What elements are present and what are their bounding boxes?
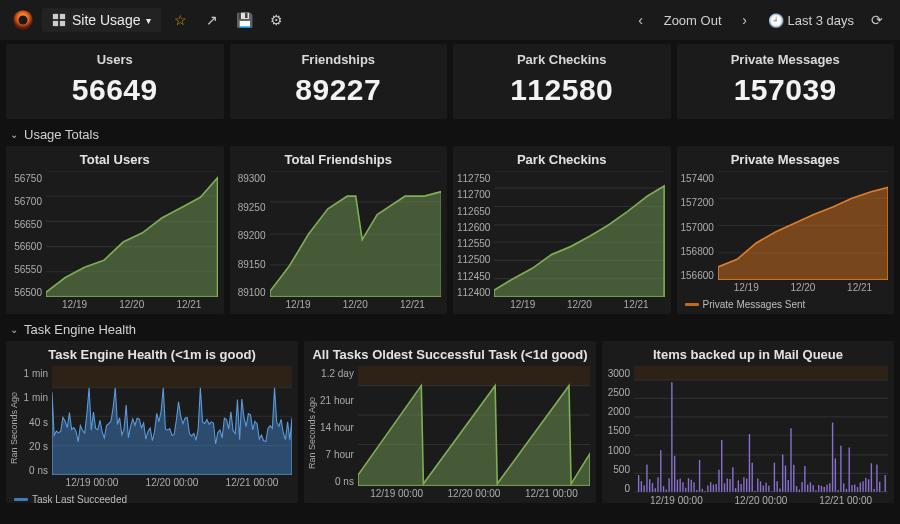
grid-icon bbox=[52, 13, 66, 27]
y-axis: 157400157200157000156800156600 bbox=[679, 171, 718, 295]
plot-svg bbox=[358, 366, 590, 486]
svg-rect-30 bbox=[52, 366, 292, 388]
dashboard-picker[interactable]: Site Usage ▾ bbox=[42, 8, 161, 32]
chart-total-users[interactable]: Total Users 5675056700566505660056550565… bbox=[6, 146, 224, 314]
plot-svg bbox=[718, 171, 888, 280]
time-range-picker[interactable]: 🕘 Last 3 days bbox=[764, 13, 859, 28]
chart-title: All Tasks Oldest Successful Task (<1d go… bbox=[304, 341, 596, 364]
x-axis: 12/1912/2012/21 bbox=[494, 297, 664, 312]
task-row: Task Engine Health (<1m is good) Ran Sec… bbox=[0, 339, 900, 503]
x-axis: 12/1912/2012/21 bbox=[46, 297, 218, 312]
x-axis: 12/1912/2012/21 bbox=[270, 297, 442, 312]
y-axis: 300025002000150010005000 bbox=[604, 366, 634, 508]
y-axis-label: Ran Seconds Ago bbox=[306, 397, 318, 469]
y-axis: 1127501127001126501126001125501125001124… bbox=[455, 171, 494, 312]
svg-rect-2 bbox=[53, 14, 58, 19]
chart-mail-queue[interactable]: Items backed up in Mail Queue 3000250020… bbox=[602, 341, 894, 503]
y-axis-label: Ran Seconds Ago bbox=[8, 392, 20, 464]
stat-title: Park Checkins bbox=[453, 44, 671, 67]
grafana-logo-icon bbox=[11, 8, 35, 32]
chart-title: Total Friendships bbox=[230, 146, 448, 169]
refresh-icon: ⟳ bbox=[871, 12, 883, 28]
plot-svg bbox=[52, 366, 292, 475]
svg-rect-40 bbox=[634, 366, 888, 380]
svg-rect-35 bbox=[358, 366, 590, 386]
plot-svg bbox=[494, 171, 664, 297]
time-prev-button[interactable]: ‹ bbox=[628, 7, 654, 33]
usage-row: Total Users 5675056700566505660056550565… bbox=[0, 144, 900, 314]
chart-title: Park Checkins bbox=[453, 146, 671, 169]
chevron-right-icon: › bbox=[742, 12, 747, 28]
stat-value: 157039 bbox=[677, 67, 895, 119]
save-icon: 💾 bbox=[236, 12, 253, 28]
clock-icon: 🕘 bbox=[768, 13, 784, 28]
section-usage-totals[interactable]: ⌄ Usage Totals bbox=[0, 119, 900, 144]
chevron-left-icon: ‹ bbox=[638, 12, 643, 28]
stat-title: Friendships bbox=[230, 44, 448, 67]
star-icon: ☆ bbox=[174, 12, 187, 28]
stats-row: Users 56649 Friendships 89227 Park Check… bbox=[0, 40, 900, 119]
stat-value: 89227 bbox=[230, 67, 448, 119]
star-button[interactable]: ☆ bbox=[167, 7, 193, 33]
chart-title: Private Messages bbox=[677, 146, 895, 169]
gear-icon: ⚙ bbox=[270, 12, 283, 28]
chart-task-engine[interactable]: Task Engine Health (<1m is good) Ran Sec… bbox=[6, 341, 298, 503]
zoom-out-button[interactable]: Zoom Out bbox=[660, 13, 726, 28]
zoom-out-label: Zoom Out bbox=[664, 13, 722, 28]
section-title: Usage Totals bbox=[24, 127, 99, 142]
chart-oldest-task[interactable]: All Tasks Oldest Successful Task (<1d go… bbox=[304, 341, 596, 503]
dashboard-name: Site Usage bbox=[72, 12, 140, 28]
section-title: Task Engine Health bbox=[24, 322, 136, 337]
y-axis: 1.2 day21 hour14 hour7 hour0 ns bbox=[318, 366, 358, 501]
plot-svg bbox=[634, 366, 888, 493]
legend: Private Messages Sent bbox=[677, 297, 895, 314]
stat-panel-users[interactable]: Users 56649 bbox=[6, 44, 224, 119]
svg-rect-5 bbox=[60, 21, 65, 26]
share-button[interactable]: ↗ bbox=[199, 7, 225, 33]
stat-panel-checkins[interactable]: Park Checkins 112580 bbox=[453, 44, 671, 119]
chart-title: Items backed up in Mail Queue bbox=[602, 341, 894, 364]
chevron-down-icon: ⌄ bbox=[10, 324, 18, 335]
time-next-button[interactable]: › bbox=[732, 7, 758, 33]
y-axis: 1 min1 min40 s20 s0 ns bbox=[20, 366, 52, 490]
chart-private-messages[interactable]: Private Messages 15740015720015700015680… bbox=[677, 146, 895, 314]
top-nav: Site Usage ▾ ☆ ↗ 💾 ⚙ ‹ Zoom Out › 🕘 Last… bbox=[0, 0, 900, 40]
svg-point-1 bbox=[19, 16, 28, 25]
svg-rect-3 bbox=[60, 14, 65, 19]
grafana-logo[interactable] bbox=[10, 7, 36, 33]
chart-title: Task Engine Health (<1m is good) bbox=[6, 341, 298, 364]
stat-panel-messages[interactable]: Private Messages 157039 bbox=[677, 44, 895, 119]
x-axis: 12/19 00:0012/20 00:0012/21 00:00 bbox=[634, 493, 888, 508]
y-axis: 8930089250892008915089100 bbox=[232, 171, 270, 312]
plot-svg bbox=[270, 171, 442, 297]
share-icon: ↗ bbox=[206, 12, 218, 28]
save-button[interactable]: 💾 bbox=[231, 7, 257, 33]
refresh-button[interactable]: ⟳ bbox=[864, 7, 890, 33]
chart-park-checkins[interactable]: Park Checkins 11275011270011265011260011… bbox=[453, 146, 671, 314]
chevron-down-icon: ▾ bbox=[146, 15, 151, 26]
section-task-engine[interactable]: ⌄ Task Engine Health bbox=[0, 314, 900, 339]
y-axis: 567505670056650566005655056500 bbox=[8, 171, 46, 312]
stat-value: 112580 bbox=[453, 67, 671, 119]
settings-button[interactable]: ⚙ bbox=[263, 7, 289, 33]
legend: Task Last Succeeded bbox=[6, 492, 298, 509]
stat-title: Private Messages bbox=[677, 44, 895, 67]
stat-title: Users bbox=[6, 44, 224, 67]
time-range-label: Last 3 days bbox=[788, 13, 855, 28]
chart-title: Total Users bbox=[6, 146, 224, 169]
x-axis: 12/19 00:0012/20 00:0012/21 00:00 bbox=[52, 475, 292, 490]
x-axis: 12/19 00:0012/20 00:0012/21 00:00 bbox=[358, 486, 590, 501]
stat-value: 56649 bbox=[6, 67, 224, 119]
chevron-down-icon: ⌄ bbox=[10, 129, 18, 140]
svg-rect-4 bbox=[53, 21, 58, 26]
plot-svg bbox=[46, 171, 218, 297]
stat-panel-friendships[interactable]: Friendships 89227 bbox=[230, 44, 448, 119]
chart-total-friendships[interactable]: Total Friendships 8930089250892008915089… bbox=[230, 146, 448, 314]
x-axis: 12/1912/2012/21 bbox=[718, 280, 888, 295]
